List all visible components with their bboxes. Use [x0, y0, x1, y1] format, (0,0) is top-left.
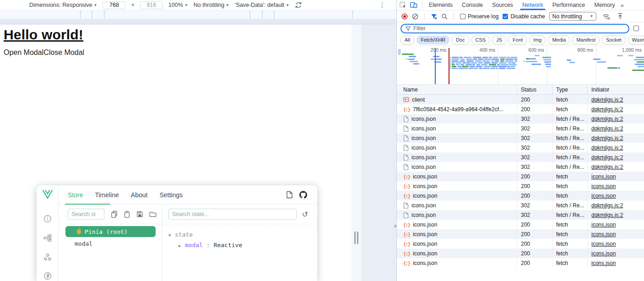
github-icon[interactable] [299, 191, 307, 199]
checkbox-icon[interactable] [460, 14, 465, 19]
network-request-row[interactable]: icons.json302fetch / Re...dqkmjlgs.js:2 [397, 210, 644, 220]
devtools-tab-sources[interactable]: Sources [487, 0, 518, 10]
vue-tab-store[interactable]: Store [68, 185, 83, 204]
throttling-dropdown[interactable]: No throttling ▼ [194, 2, 229, 8]
request-initiator-link[interactable]: dqkmjlgs.js:2 [591, 125, 623, 132]
paste-icon[interactable] [124, 211, 130, 218]
network-request-row[interactable]: {:}icons.json200fetchicons.json [397, 191, 644, 200]
vue-tab-about[interactable]: About [131, 185, 148, 204]
store-search-input[interactable] [68, 209, 104, 220]
type-filter-doc[interactable]: Doc [452, 36, 469, 44]
request-initiator-link[interactable]: dqkmjlgs.js:2 [591, 154, 623, 161]
network-request-row[interactable]: {:}icons.json200fetchicons.json [397, 229, 644, 239]
open-folder-icon[interactable] [149, 211, 157, 217]
search-icon[interactable] [441, 13, 448, 20]
type-filter-css[interactable]: CSS [471, 36, 490, 44]
request-initiator-link[interactable]: icons.json [591, 231, 616, 238]
network-request-row[interactable]: {:}icons.json200fetchicons.json [397, 239, 644, 249]
type-filter-all[interactable]: All [400, 36, 414, 44]
more-tabs-icon[interactable]: » [620, 2, 623, 9]
overview-window-handle[interactable] [398, 49, 400, 55]
network-request-row[interactable]: icons.json302fetch / Re...dqkmjlgs.js:2 [397, 162, 644, 172]
dimensions-dropdown[interactable]: Dimensions: Responsive ▼ [29, 2, 97, 8]
request-initiator-link[interactable]: dqkmjlgs.js:2 [591, 116, 623, 122]
request-initiator-link[interactable]: dqkmjlgs.js:2 [591, 106, 623, 113]
network-request-row[interactable]: {:}icons.json200fetchicons.json [397, 258, 644, 268]
type-filter-fetchxhr[interactable]: Fetch/XHR [417, 36, 449, 44]
vue-tab-settings[interactable]: Settings [159, 185, 183, 204]
vue-tab-timeline[interactable]: Timeline [95, 185, 119, 204]
network-request-row[interactable]: icons.json302fetch / Re...dqkmjlgs.js:2 [397, 124, 644, 133]
request-initiator-link[interactable]: icons.json [591, 241, 616, 247]
network-filter-input[interactable] [413, 25, 624, 32]
network-filter-pill[interactable] [400, 24, 629, 33]
rotate-viewport-icon[interactable] [295, 1, 302, 9]
request-initiator-link[interactable]: icons.json [591, 173, 616, 180]
info-icon[interactable] [43, 215, 52, 223]
network-request-row[interactable]: icons.json302fetch / Re...dqkmjlgs.js:2 [397, 114, 644, 124]
type-filter-js[interactable]: JS [492, 36, 506, 44]
type-filter-img[interactable]: Img [529, 36, 546, 44]
toggle-device-toolbar-icon[interactable] [410, 2, 417, 8]
record-network-log-icon[interactable] [401, 13, 408, 20]
request-initiator-link[interactable]: icons.json [591, 260, 616, 266]
request-initiator-link[interactable]: dqkmjlgs.js:2 [591, 202, 623, 209]
state-entry-modal[interactable]: ▶modal : Reactive [168, 240, 317, 251]
devtools-tab-console[interactable]: Console [457, 0, 487, 10]
device-toolbar-menu-icon[interactable]: ⋮ [379, 2, 385, 8]
checkbox-icon[interactable] [503, 14, 508, 19]
request-initiator-link[interactable]: dqkmjlgs.js:2 [591, 164, 623, 170]
request-initiator-link[interactable]: dqkmjlgs.js:2 [591, 145, 623, 151]
history-icon[interactable]: ↺ [302, 210, 317, 219]
pinia-root-item[interactable]: Pinia (root) [65, 226, 156, 237]
open-modal-button[interactable]: Open Modal [4, 49, 43, 56]
state-section[interactable]: ▼state [168, 230, 317, 240]
network-conditions-icon[interactable] [602, 13, 610, 20]
network-request-row[interactable]: client200fetchdqkmjlgs.js:2 [397, 95, 644, 104]
request-initiator-link[interactable]: icons.json [591, 250, 616, 257]
request-initiator-link[interactable]: icons.json [591, 193, 616, 199]
column-header-name[interactable]: Name [397, 85, 517, 94]
network-request-row[interactable]: icons.json302fetch / Re...dqkmjlgs.js:2 [397, 200, 644, 210]
filter-toggle-icon[interactable] [431, 13, 437, 20]
request-initiator-link[interactable]: icons.json [591, 222, 616, 228]
export-har-icon[interactable] [617, 13, 623, 20]
type-filter-manifest[interactable]: Manifest [572, 36, 600, 44]
network-request-row[interactable]: {:}7f6c0584-4542-4a99-a964-04ffe2cf...20… [397, 104, 644, 114]
network-request-row[interactable]: icons.json302fetch / Re...dqkmjlgs.js:2 [397, 133, 644, 143]
devtools-tab-performance[interactable]: Performance [548, 0, 590, 10]
save-icon[interactable] [136, 211, 143, 218]
network-request-row[interactable]: {:}icons.json200fetchicons.json [397, 220, 644, 229]
type-filter-font[interactable]: Font [509, 36, 527, 44]
zoom-dropdown[interactable]: 100% ▼ [168, 2, 188, 8]
column-header-type[interactable]: Type [552, 85, 587, 94]
network-request-row[interactable]: {:}icons.json200fetchicons.json [397, 172, 644, 181]
preserve-log-checkbox[interactable]: Preserve log [460, 13, 498, 20]
inspect-element-icon[interactable] [400, 2, 406, 9]
disable-cache-checkbox[interactable]: Disable cache [503, 13, 545, 20]
clear-network-log-icon[interactable] [412, 13, 418, 20]
stores-icon[interactable] [43, 253, 52, 261]
devtools-tab-memory[interactable]: Memory [590, 0, 619, 10]
request-initiator-link[interactable]: dqkmjlgs.js:2 [591, 135, 623, 141]
network-request-row[interactable]: icons.json302fetch / Re...dqkmjlgs.js:2 [397, 143, 644, 152]
type-filter-socket[interactable]: Socket [602, 36, 626, 44]
viewport-width-input[interactable] [103, 1, 125, 9]
column-header-status[interactable]: Status [517, 85, 552, 94]
network-request-row[interactable]: {:}icons.json200fetchicons.json [397, 249, 644, 258]
devtools-tab-elements[interactable]: Elements [424, 0, 457, 10]
network-globe-icon[interactable] [43, 272, 52, 280]
close-modal-button[interactable]: Close Modal [43, 49, 84, 56]
network-overview-timeline[interactable]: 200 ms400 ms600 ms800 ms1,000 ms [397, 46, 644, 85]
request-initiator-link[interactable]: dqkmjlgs.js:2 [591, 97, 623, 103]
request-initiator-link[interactable]: dqkmjlgs.js:2 [591, 212, 623, 218]
devtools-tab-network[interactable]: Network [518, 0, 548, 10]
network-request-row[interactable]: {:}icons.json200fetchicons.json [397, 181, 644, 191]
type-filter-wasm[interactable]: Wasm [628, 36, 644, 44]
invert-filter-checkbox[interactable] [633, 26, 639, 31]
network-throttling-select[interactable]: No throttling ▼ [549, 12, 597, 21]
media-query-bar[interactable] [0, 10, 396, 19]
new-window-icon[interactable] [286, 191, 293, 199]
save-data-dropdown[interactable]: 'Save-Data': default ▼ [235, 2, 289, 8]
viewport-height-input[interactable] [140, 1, 163, 9]
